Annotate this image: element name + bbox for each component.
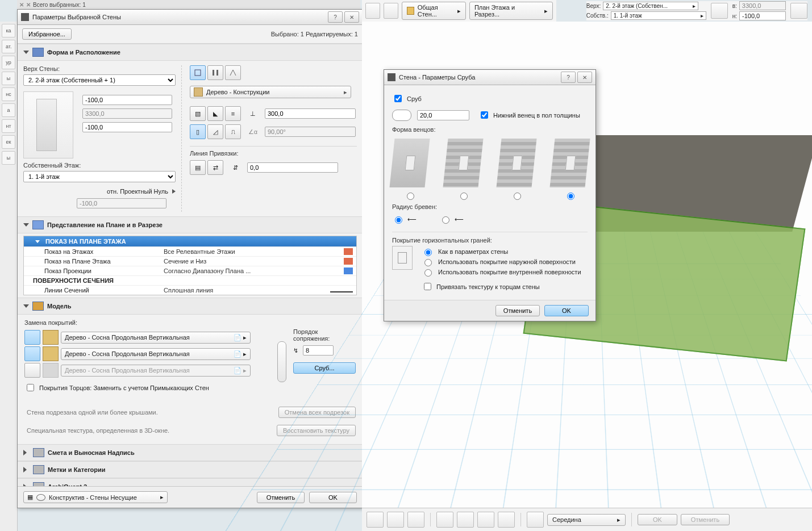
more-settings-icon[interactable] [790,3,807,19]
app-icon [388,73,395,81]
snap-mode-select[interactable]: Середина▸ [547,514,626,526]
tab-close-icon[interactable]: ✕ [19,2,24,8]
inside-surface-select[interactable]: Дерево - Сосна Продольная Вертикальная📄 … [61,365,251,377]
angle-input[interactable] [265,127,356,137]
geometry-mode-double[interactable] [225,65,241,80]
chevron-right-icon[interactable] [172,189,176,194]
struct-icon-1[interactable]: ▧ [190,106,206,121]
close-button[interactable]: ✕ [577,72,592,83]
section-geometry-label: Форма и Расположение [47,49,120,56]
rail-btn[interactable]: ы [2,151,15,165]
refline-opt-2[interactable]: ⇄ [207,160,223,175]
layer-select[interactable]: ▦ Конструктив - Стены Несущие ▸ [23,491,168,503]
home-story-quick[interactable]: 1. 1-й этаж▸ [611,11,706,20]
rail-btn[interactable]: ы [2,72,15,85]
geometry-mode-slanted[interactable] [207,65,223,80]
dialog2-titlebar[interactable]: Стена - Параметры Сруба ? ✕ [384,70,596,85]
profile-slant[interactable]: ◿ [207,124,223,139]
cover-radio-1[interactable] [424,249,432,256]
tab-close-icon-2[interactable]: ✕ [26,2,31,8]
top-offset-input[interactable] [82,95,172,105]
plan-row[interactable]: Показ Проекции Согласно Диапазону Плана … [24,266,356,275]
radius-opt-1[interactable] [395,216,402,224]
plan-group-header[interactable]: ПОКАЗ НА ПЛАНЕ ЭТАЖА [24,236,356,246]
log-shape-radio-2[interactable] [460,193,468,200]
cb-btn[interactable] [367,512,384,528]
log-shape-radio-1[interactable] [407,193,414,200]
plan-row[interactable]: Показ на Этажах Все Релевантные Этажи [24,246,356,256]
log-shape-radio-3[interactable] [514,193,521,200]
view-mode-select[interactable]: План Этажа и Разрез...▸ [469,2,553,20]
plan-row[interactable]: Показ на Плане Этажа Сечение и Низ [24,256,356,266]
building-material-select[interactable]: Дерево - Конструкции ▸ [190,86,351,98]
section-plan-header[interactable]: Представление на Плане и в Разрезе [18,216,363,233]
thickness-input[interactable] [265,108,356,119]
texture-ends-checkbox[interactable] [424,283,431,290]
override-edge-toggle[interactable] [24,346,40,361]
half-log-checkbox[interactable] [481,111,488,119]
link-surfaces-toggle[interactable] [277,341,286,382]
height-input[interactable] [82,108,172,119]
bottom-offset-input[interactable] [82,122,172,132]
rail-btn[interactable]: нс [2,87,15,101]
dialog-titlebar[interactable]: Параметры Выбранной Стены ? ✕ [18,10,363,25]
outside-surface-select[interactable]: Дерево - Сосна Продольная Вертикальная📄 … [61,332,251,344]
override-inside-toggle[interactable] [24,363,40,378]
plan-subheader[interactable]: ПОВЕРХНОСТИ СЕЧЕНИЯ [24,275,356,285]
project-zero-input[interactable] [77,198,166,208]
section-model-header[interactable]: Модель [18,298,363,315]
cb-btn[interactable] [436,512,453,528]
cb-btn[interactable] [477,512,494,528]
help-button[interactable]: ? [328,11,343,23]
geometry-mode-basic[interactable] [190,65,206,80]
struct-icon-3[interactable]: ≡ [225,106,241,121]
plan-group-label: ПОКАЗ НА ПЛАНЕ ЭТАЖА [45,238,126,245]
tool-wall-icon[interactable] [384,3,398,19]
rail-btn[interactable]: ат. [2,40,15,53]
cb-btn[interactable] [407,512,424,528]
plan-row[interactable]: Линии Сечений Сплошная линия [24,285,356,295]
log-diameter-input[interactable] [417,110,469,120]
edge-surface-select[interactable]: Дерево - Сосна Продольная Вертикальная📄 … [61,348,251,360]
struct-icon-2[interactable]: ◣ [207,106,223,121]
top-story-quick[interactable]: 2. 2-й этаж (Собствен...▸ [603,2,698,10]
cb-btn[interactable] [527,512,544,528]
cancel-button[interactable]: Отменить [681,514,730,525]
override-outside-toggle[interactable] [24,330,40,345]
cover-radio-2[interactable] [424,259,432,266]
layer-quick-select[interactable]: Общая Стен...▸ [402,2,466,20]
favorites-button[interactable]: Избранное... [22,28,72,40]
rail-btn[interactable]: а [2,103,15,117]
cover-radio-3[interactable] [424,269,432,277]
refline-opt-1[interactable]: ▤ [190,160,206,175]
rail-btn[interactable]: ка [2,24,15,37]
height-quick[interactable] [739,1,786,10]
radius-opt-2[interactable] [442,216,449,224]
rail-btn[interactable]: нт [2,119,15,133]
refline-offset-input[interactable] [247,162,338,173]
chevron-right-icon: ▸ [160,494,164,501]
cb-btn[interactable] [498,512,515,528]
tool-pointer[interactable] [365,3,380,19]
disclosure-icon [23,304,29,308]
rail-btn[interactable]: ур [2,56,15,69]
ok-button[interactable]: OK [544,305,589,316]
cancel-button[interactable]: Отменить [495,305,540,316]
help-button[interactable]: ? [561,72,576,83]
ok-button[interactable]: OK [638,514,677,525]
home-story-select[interactable]: 1. 1-й этаж [23,171,176,182]
end-surfaces-checkbox[interactable] [27,384,34,391]
rail-btn[interactable]: ек [2,135,15,149]
link-icon[interactable] [711,3,728,19]
offset-quick[interactable] [739,11,786,20]
cb-btn[interactable] [387,512,404,528]
cb-btn[interactable] [457,512,474,528]
profile-rect[interactable]: ▯ [190,124,206,139]
top-story-select[interactable]: 2. 2-й этаж (Собственный + 1) [23,74,176,86]
junction-input[interactable] [303,345,334,356]
section-geometry-header[interactable]: Форма и Расположение [18,44,363,61]
close-button[interactable]: ✕ [344,11,359,23]
log-shape-radio-4[interactable] [567,193,574,200]
enable-log-checkbox[interactable] [394,95,402,102]
profile-trap[interactable]: ⎍ [225,124,241,139]
